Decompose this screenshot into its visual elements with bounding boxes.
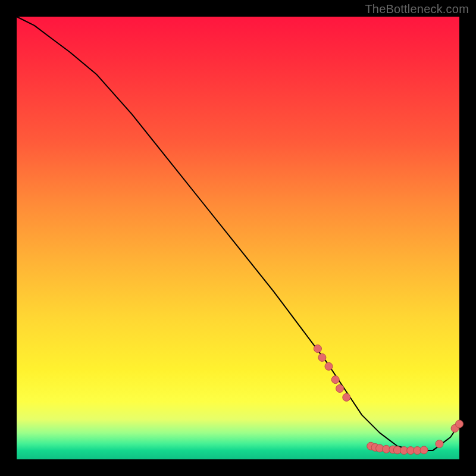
data-marker — [343, 393, 350, 401]
chart-svg — [17, 17, 459, 459]
data-marker — [420, 446, 428, 454]
data-marker — [325, 362, 333, 370]
chart-frame: TheBottleneck.com — [0, 0, 476, 476]
data-marker — [314, 345, 321, 353]
data-marker — [336, 385, 344, 393]
data-marker — [331, 376, 339, 384]
curve-line — [17, 17, 459, 450]
data-marker — [318, 353, 326, 361]
marker-group — [314, 345, 463, 455]
plot-area — [17, 17, 459, 459]
data-marker — [436, 440, 443, 448]
data-marker — [456, 420, 464, 428]
watermark-text: TheBottleneck.com — [365, 2, 469, 16]
